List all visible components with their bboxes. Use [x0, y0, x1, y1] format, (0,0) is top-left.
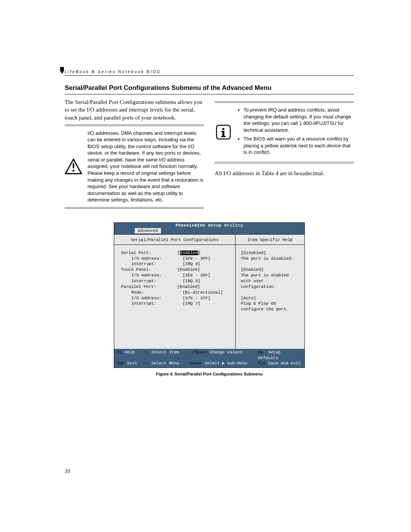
bios-setting-value[interactable]: [Enabled] [177, 284, 200, 290]
header-text: LifeBook B Series Notebook BIOS [65, 69, 161, 75]
key-leftright[interactable]: ←→ [144, 361, 149, 366]
figure-caption: Figure 4. Serial/Parallel Port Configura… [114, 372, 305, 376]
pennant-icon [60, 67, 64, 75]
info-bullet: To prevent IRQ and address conflicts, av… [244, 107, 354, 133]
key-f10[interactable]: F10 [258, 361, 266, 366]
key-esc[interactable]: ESC [117, 361, 125, 366]
warning-note: I/O addresses, DMA channels and Interrup… [65, 125, 204, 209]
warning-text: I/O addresses, DMA channels and Interrup… [88, 130, 204, 203]
key-f9[interactable]: F9 [258, 350, 263, 355]
bios-titlebar: PhoenixBIOS Setup Utility [114, 223, 304, 228]
svg-rect-8 [221, 136, 226, 137]
bios-help-line: with user configuration. [241, 278, 301, 290]
bios-setting-row[interactable]: Touch Panel:[Enabled] [121, 267, 232, 273]
info-icon [215, 125, 232, 140]
page-body: LifeBook B Series Notebook BIOS Serial/P… [65, 68, 354, 376]
bios-help-line: The port is disabled. [241, 256, 301, 262]
bios-help-line [241, 261, 301, 267]
key-enter[interactable]: Enter [190, 361, 202, 366]
bios-setting-row[interactable]: Interrupt:[IRQ 7] [121, 301, 232, 307]
bios-setting-label: Mode: [121, 290, 183, 296]
bios-setting-row[interactable]: I/O Address:[378 - 37F] [121, 296, 232, 301]
bios-help-line [241, 290, 301, 296]
bios-help-line: Plug & Play OS [241, 301, 301, 307]
page-number: 10 [65, 468, 70, 474]
bios-setting-label: Interrupt: [121, 278, 183, 284]
running-header: LifeBook B Series Notebook BIOS [65, 68, 354, 76]
bios-setting-value[interactable]: [Bi-directional] [183, 290, 223, 296]
svg-marker-0 [60, 67, 64, 74]
bios-setting-row[interactable]: Parallel Port:[Enabled] [121, 284, 232, 290]
bios-left-title: Serial/Parallel Port Configurations [114, 235, 235, 245]
bios-setting-row[interactable]: Interrupt:[IRQ 4] [121, 261, 232, 267]
warning-icon [65, 158, 82, 174]
post-note-text: All I/O addresses in Table 4 are in hexa… [215, 170, 354, 177]
info-note: To prevent IRQ and address conflicts, av… [215, 101, 354, 163]
bios-help-line: [Disabled] [241, 250, 301, 256]
svg-rect-2 [73, 163, 74, 168]
bios-setting-label: I/O Address: [121, 273, 183, 278]
bios-window: PhoenixBIOS Setup Utility Advanced Seria… [114, 222, 305, 368]
bios-setting-row[interactable]: I/O Address:[2E8 - 2EF] [121, 273, 232, 278]
bios-setting-row[interactable]: Interrupt:[IRQ 3] [121, 278, 232, 284]
bios-settings-panel: Serial/Parallel Port Configurations Seri… [114, 235, 236, 349]
bios-menubar: Advanced [114, 228, 304, 234]
bios-setting-label: I/O Address: [121, 296, 183, 301]
bios-setting-row[interactable]: Mode:[Bi-directional] [121, 290, 232, 296]
left-column: The Serial/Parallel Port Configurations … [65, 98, 204, 209]
bios-setting-label: Interrupt: [121, 261, 183, 267]
bios-figure: PhoenixBIOS Setup Utility Advanced Seria… [114, 222, 305, 377]
bios-help-line: configure the port. [241, 307, 301, 312]
svg-point-5 [222, 128, 225, 131]
right-column: To prevent IRQ and address conflicts, av… [215, 98, 354, 209]
bios-setting-value[interactable]: [IRQ 7] [183, 301, 200, 307]
title-rule [65, 94, 354, 94]
section-title: Serial/Parallel Port Configurations Subm… [65, 84, 354, 92]
intro-paragraph: The Serial/Parallel Port Configurations … [65, 98, 204, 121]
bios-setting-value[interactable]: [3F8 - 3FF] [183, 256, 210, 262]
bios-setting-value[interactable]: [378 - 37F] [183, 296, 210, 301]
bios-setting-value[interactable]: [IRQ 3] [183, 278, 200, 284]
bios-setting-row[interactable]: Serial Port:[Enabled] [121, 250, 232, 256]
info-bullet: The BIOS will warn you of a resource con… [244, 136, 354, 156]
two-column-layout: The Serial/Parallel Port Configurations … [65, 98, 354, 209]
svg-point-3 [72, 170, 74, 172]
bios-tab-advanced[interactable]: Advanced [135, 228, 161, 233]
bios-help-line: The port is enabled [241, 273, 301, 278]
bios-setting-value[interactable]: [2E8 - 2EF] [183, 273, 210, 278]
bios-setting-value[interactable]: [Enabled] [177, 250, 201, 256]
key-updown[interactable]: ↑↓ [144, 350, 149, 355]
bios-help-line: [Auto] [241, 296, 301, 301]
bios-setting-value[interactable]: [IRQ 4] [183, 261, 200, 267]
bios-help-line: [Enabled] [241, 267, 301, 273]
bios-setting-value[interactable]: [Enabled] [177, 267, 200, 273]
bios-setting-label: Touch Panel: [121, 267, 177, 273]
bios-setting-label: Parallel Port: [121, 284, 177, 290]
info-text: To prevent IRQ and address conflicts, av… [237, 107, 354, 158]
bios-setting-row[interactable]: I/O Address:[3F8 - 3FF] [121, 256, 232, 262]
bios-setting-label: Serial Port: [121, 250, 177, 256]
key-minus-space[interactable]: -/Space [190, 350, 207, 355]
bios-footer: F1 Help ↑↓ Select Item -/Space Change Va… [114, 349, 304, 368]
svg-rect-7 [221, 131, 224, 132]
bios-setting-label: I/O Address: [121, 256, 183, 262]
bios-help-panel: Item Specific Help [Disabled]The port is… [236, 235, 304, 349]
key-f1[interactable]: F1 [117, 350, 122, 355]
bios-setting-label: Interrupt: [121, 301, 183, 307]
bios-right-title: Item Specific Help [236, 235, 304, 245]
